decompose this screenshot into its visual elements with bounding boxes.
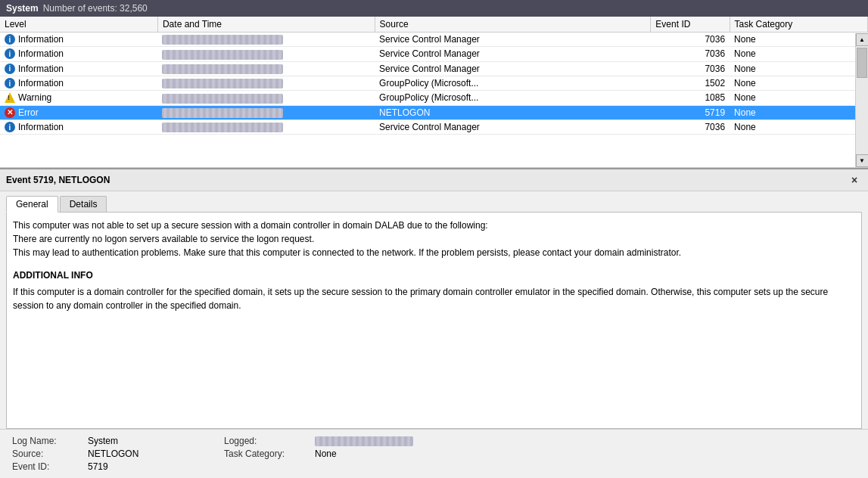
cell-datetime xyxy=(157,76,375,90)
cell-eventid: 7036 xyxy=(651,33,730,47)
table-row[interactable]: iInformation GroupPolicy (Microsoft...15… xyxy=(0,76,868,90)
col-header-taskcategory: Task Category xyxy=(730,17,867,33)
cell-eventid: 7036 xyxy=(651,120,730,134)
cell-source: Service Control Manager xyxy=(375,120,651,134)
info-icon: i xyxy=(5,34,15,45)
event-id-value: 5719 xyxy=(88,461,224,472)
cell-source: NETLOGON xyxy=(375,105,651,120)
cell-source: GroupPolicy (Microsoft... xyxy=(375,91,651,105)
scroll-arrow-down[interactable]: ▼ xyxy=(856,154,869,167)
detail-title: Event 5719, NETLOGON xyxy=(6,175,110,185)
tabs-bar: General Details xyxy=(0,191,868,212)
info-icon: i xyxy=(5,122,15,132)
col-header-source: Source xyxy=(375,17,651,33)
scroll-thumb[interactable] xyxy=(857,48,867,78)
info-icon: i xyxy=(5,64,15,74)
cell-datetime xyxy=(157,61,375,76)
source-label: Source: xyxy=(12,449,88,459)
cell-level: Warning xyxy=(0,91,157,105)
warning-icon xyxy=(5,92,15,103)
info-icon: i xyxy=(5,48,15,59)
cell-taskcategory: None xyxy=(730,76,867,90)
cell-datetime xyxy=(157,33,375,47)
cell-datetime xyxy=(157,105,375,120)
cell-level: iInformation xyxy=(0,33,157,47)
level-label: Information xyxy=(18,122,64,132)
table-row[interactable]: ✕Error NETLOGON5719None xyxy=(0,105,868,120)
level-label: Information xyxy=(18,64,64,74)
cell-taskcategory: None xyxy=(730,33,867,47)
error-icon: ✕ xyxy=(5,107,15,118)
tab-general[interactable]: General xyxy=(6,196,58,213)
event-id-label: Event ID: xyxy=(12,461,88,472)
cell-source: Service Control Manager xyxy=(375,33,651,47)
log-name-label: Log Name: xyxy=(12,436,88,446)
level-label: Information xyxy=(18,48,64,59)
table-row[interactable]: iInformation Service Control Manager7036… xyxy=(0,120,868,134)
cell-taskcategory: None xyxy=(730,47,867,61)
events-count: Number of events: 32,560 xyxy=(43,3,148,14)
message-line-3: This may lead to authentication problems… xyxy=(13,246,855,259)
cell-taskcategory: None xyxy=(730,91,867,105)
level-label: Warning xyxy=(18,92,51,103)
cell-eventid: 5719 xyxy=(651,105,730,120)
table-row[interactable]: iInformation Service Control Manager7036… xyxy=(0,33,868,47)
cell-source: GroupPolicy (Microsoft... xyxy=(375,76,651,90)
info-icon: i xyxy=(5,78,15,88)
detail-footer: Log Name: System Logged: Source: NETLOGO… xyxy=(0,429,868,478)
scroll-track[interactable] xyxy=(856,46,868,154)
level-label: Information xyxy=(18,78,64,88)
cell-taskcategory: None xyxy=(730,61,867,76)
cell-level: iInformation xyxy=(0,120,157,134)
table-scrollbar[interactable]: ▲ ▼ xyxy=(855,33,868,167)
cell-datetime xyxy=(157,47,375,61)
table-row[interactable]: Warning GroupPolicy (Microsoft...1085Non… xyxy=(0,91,868,105)
task-category-value: None xyxy=(315,449,466,459)
table-row[interactable]: iInformation Service Control Manager7036… xyxy=(0,61,868,76)
events-table: Level Date and Time Source Event ID Task… xyxy=(0,17,868,135)
cell-taskcategory: None xyxy=(730,120,867,134)
cell-level: ✕Error xyxy=(0,105,157,120)
tab-details[interactable]: Details xyxy=(60,196,107,212)
additional-info-label: ADDITIONAL INFO xyxy=(13,268,855,282)
message-line-2: There are currently no logon servers ava… xyxy=(13,232,855,246)
cell-level: iInformation xyxy=(0,76,157,90)
cell-eventid: 1502 xyxy=(651,76,730,90)
table-row[interactable]: iInformation Service Control Manager7036… xyxy=(0,47,868,61)
logged-value xyxy=(315,436,466,446)
log-name-value: System xyxy=(88,436,224,446)
cell-source: Service Control Manager xyxy=(375,47,651,61)
table-section: Level Date and Time Source Event ID Task… xyxy=(0,17,868,168)
col-header-datetime: Date and Time xyxy=(157,17,375,33)
cell-taskcategory: None xyxy=(730,105,867,120)
cell-datetime xyxy=(157,91,375,105)
title-system: System xyxy=(6,3,39,14)
event-message: This computer was not able to set up a s… xyxy=(13,219,855,259)
level-label: Information xyxy=(18,34,64,45)
col-header-eventid: Event ID xyxy=(651,17,730,33)
cell-source: Service Control Manager xyxy=(375,61,651,76)
cell-eventid: 7036 xyxy=(651,47,730,61)
scroll-arrow-up[interactable]: ▲ xyxy=(856,33,869,46)
close-button[interactable]: × xyxy=(847,172,862,188)
col-header-level: Level xyxy=(0,17,157,33)
level-label: Error xyxy=(18,107,39,118)
cell-eventid: 7036 xyxy=(651,61,730,76)
cell-eventid: 1085 xyxy=(651,91,730,105)
task-category-label: Task Category: xyxy=(224,449,315,459)
message-line-1: This computer was not able to set up a s… xyxy=(13,219,855,232)
cell-datetime xyxy=(157,120,375,134)
cell-level: iInformation xyxy=(0,61,157,76)
title-bar: System Number of events: 32,560 xyxy=(0,0,868,17)
additional-info-text: If this computer is a domain controller … xyxy=(13,285,855,312)
logged-label: Logged: xyxy=(224,436,315,446)
table-header-row: Level Date and Time Source Event ID Task… xyxy=(0,17,868,33)
detail-header: Event 5719, NETLOGON × xyxy=(0,169,868,191)
tab-content: This computer was not able to set up a s… xyxy=(6,212,862,429)
detail-panel: Event 5719, NETLOGON × General Details T… xyxy=(0,168,868,478)
source-value: NETLOGON xyxy=(88,449,224,459)
cell-level: iInformation xyxy=(0,47,157,61)
